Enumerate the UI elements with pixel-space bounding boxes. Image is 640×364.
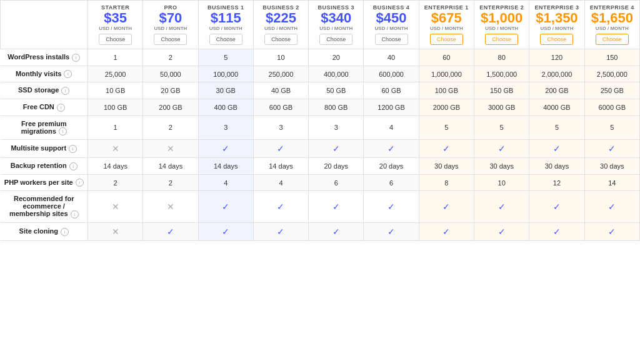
- plan-period-enterprise2: USD / MONTH: [477, 26, 526, 31]
- feature-value-4-9: 5: [584, 116, 639, 140]
- plan-header-enterprise2: ENTERPRISE 2 $1,000 USD / MONTH Choose: [474, 1, 529, 49]
- info-icon-1[interactable]: i: [64, 70, 72, 78]
- feature-label-8: Recommended for ecommerce / membership s…: [1, 191, 88, 223]
- feature-value-9-1: ✓: [143, 222, 198, 240]
- check-icon: ✓: [388, 227, 395, 237]
- feature-value-2-2: 30 GB: [198, 82, 253, 99]
- check-icon: ✓: [498, 227, 506, 237]
- feature-value-3-2: 400 GB: [198, 99, 253, 116]
- feature-value-3-7: 3000 GB: [474, 99, 529, 116]
- feature-value-9-0: ✕: [88, 222, 143, 240]
- check-icon: ✓: [388, 202, 395, 212]
- choose-button-enterprise2[interactable]: Choose: [485, 34, 518, 45]
- feature-name-8: Recommended for ecommerce / membership s…: [9, 195, 74, 217]
- feature-row-8: Recommended for ecommerce / membership s…: [1, 191, 640, 223]
- plan-period-business3: USD / MONTH: [311, 26, 361, 31]
- feature-value-6-3: 14 days: [253, 158, 308, 175]
- feature-name-2: SSD storage: [18, 86, 59, 94]
- choose-button-business3[interactable]: Choose: [319, 34, 352, 45]
- check-icon: ✓: [498, 144, 506, 154]
- feature-value-6-0: 14 days: [88, 158, 143, 175]
- feature-value-6-6: 30 days: [419, 158, 474, 175]
- feature-value-1-1: 50,000: [143, 66, 198, 82]
- feature-row-2: SSD storagei10 GB20 GB30 GB40 GB50 GB60 …: [1, 82, 640, 99]
- choose-button-business4[interactable]: Choose: [375, 34, 408, 45]
- feature-value-2-9: 250 GB: [584, 82, 639, 99]
- check-icon: ✓: [277, 227, 284, 237]
- feature-value-8-0: ✕: [88, 191, 143, 223]
- feature-row-3: Free CDNi100 GB200 GB400 GB600 GB800 GB1…: [1, 99, 640, 116]
- choose-button-pro[interactable]: Choose: [154, 34, 187, 45]
- check-icon: ✓: [498, 202, 506, 212]
- check-icon: ✓: [553, 144, 561, 154]
- feature-value-4-2: 3: [198, 116, 253, 140]
- check-icon: ✓: [608, 202, 616, 212]
- feature-value-7-0: 2: [88, 174, 143, 191]
- feature-value-0-5: 40: [364, 49, 419, 66]
- feature-value-7-4: 6: [309, 174, 364, 191]
- feature-label-7: PHP workers per sitei: [1, 174, 88, 191]
- feature-value-5-7: ✓: [474, 140, 529, 158]
- info-icon-4[interactable]: i: [59, 127, 67, 135]
- check-icon: ✓: [553, 202, 561, 212]
- feature-label-3: Free CDNi: [1, 99, 88, 116]
- feature-value-7-1: 2: [143, 174, 198, 191]
- info-icon-2[interactable]: i: [61, 87, 69, 95]
- feature-name-1: Monthly visits: [16, 70, 61, 77]
- feature-value-8-4: ✓: [309, 191, 364, 223]
- feature-label-2: SSD storagei: [1, 82, 88, 99]
- plan-period-enterprise3: USD / MONTH: [532, 26, 581, 31]
- feature-value-3-6: 2000 GB: [419, 99, 474, 116]
- feature-value-0-2: 5: [198, 49, 253, 66]
- choose-button-enterprise4[interactable]: Choose: [596, 34, 629, 45]
- check-icon: ✓: [222, 144, 229, 154]
- feature-name-0: WordPress installs: [8, 53, 69, 61]
- feature-value-6-8: 30 days: [529, 158, 584, 175]
- feature-value-2-1: 20 GB: [143, 82, 198, 99]
- feature-value-6-9: 30 days: [584, 158, 639, 175]
- feature-value-8-6: ✓: [419, 191, 474, 223]
- info-icon-0[interactable]: i: [72, 54, 80, 62]
- feature-label-1: Monthly visitsi: [1, 66, 88, 82]
- feature-value-7-6: 8: [419, 174, 474, 191]
- info-icon-5[interactable]: i: [69, 145, 77, 153]
- plan-price-business4: $450: [366, 11, 416, 26]
- choose-button-enterprise1[interactable]: Choose: [430, 34, 463, 45]
- plan-header-enterprise1: ENTERPRISE 1 $675 USD / MONTH Choose: [419, 1, 474, 49]
- plan-period-enterprise4: USD / MONTH: [588, 26, 637, 31]
- feature-value-4-0: 1: [88, 116, 143, 140]
- check-icon: ✓: [167, 227, 174, 237]
- feature-row-0: WordPress installsi1251020406080120150: [1, 49, 640, 66]
- feature-value-9-3: ✓: [253, 222, 308, 240]
- info-icon-8[interactable]: i: [71, 210, 79, 219]
- feature-value-1-6: 1,000,000: [419, 66, 474, 82]
- check-icon: ✓: [332, 202, 340, 212]
- choose-button-business1[interactable]: Choose: [209, 34, 242, 45]
- plan-header-business1: BUSINESS 1 $115 USD / MONTH Choose: [198, 1, 253, 49]
- feature-label-0: WordPress installsi: [1, 49, 88, 66]
- choose-button-enterprise3[interactable]: Choose: [540, 34, 573, 45]
- cross-icon: ✕: [112, 144, 119, 154]
- choose-button-business2[interactable]: Choose: [264, 34, 298, 45]
- check-icon: ✓: [332, 227, 340, 237]
- choose-button-starter[interactable]: Choose: [99, 34, 132, 45]
- feature-value-2-3: 40 GB: [253, 82, 308, 99]
- feature-value-3-0: 100 GB: [88, 99, 143, 116]
- check-icon: ✓: [332, 144, 340, 154]
- feature-value-1-9: 2,500,000: [584, 66, 639, 82]
- feature-name-7: PHP workers per site: [4, 179, 73, 186]
- feature-value-2-0: 10 GB: [88, 82, 143, 99]
- feature-value-4-4: 3: [309, 116, 364, 140]
- feature-value-0-4: 20: [309, 49, 364, 66]
- info-icon-3[interactable]: i: [57, 104, 65, 112]
- feature-value-7-7: 10: [474, 174, 529, 191]
- plan-price-enterprise4: $1,650: [588, 11, 637, 26]
- check-icon: ✓: [442, 202, 450, 212]
- feature-value-9-2: ✓: [198, 222, 253, 240]
- info-icon-6[interactable]: i: [69, 162, 78, 170]
- feature-label-9: Site cloningi: [1, 222, 88, 240]
- info-icon-9[interactable]: i: [61, 228, 69, 236]
- info-icon-7[interactable]: i: [76, 179, 84, 187]
- check-icon: ✓: [277, 202, 284, 212]
- check-icon: ✓: [442, 227, 450, 237]
